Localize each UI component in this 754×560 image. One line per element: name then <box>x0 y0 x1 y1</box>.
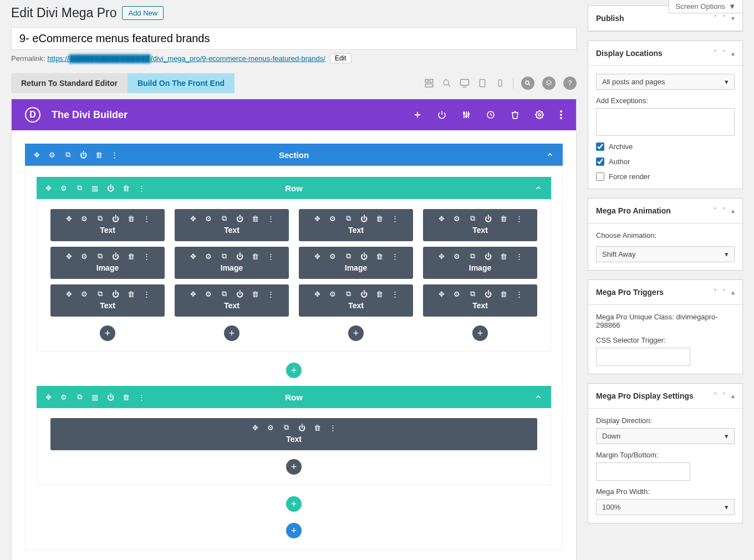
more-icon[interactable]: ⋮ <box>515 215 523 222</box>
sliders-icon[interactable] <box>462 110 471 119</box>
panel-down-icon[interactable]: ˅ <box>722 392 726 400</box>
gear-icon[interactable]: ⚙ <box>60 184 68 192</box>
author-checkbox[interactable]: Author <box>596 157 735 166</box>
trash-icon[interactable]: 🗑 <box>375 290 383 298</box>
section-header[interactable]: ✥ ⚙ ⧉ ⏻ 🗑 ⋮ Section <box>25 144 563 166</box>
trash-icon[interactable]: 🗑 <box>500 252 507 260</box>
power-icon[interactable]: ⏻ <box>484 290 492 298</box>
move-icon[interactable]: ✥ <box>65 215 73 222</box>
power-icon[interactable]: ⏻ <box>360 290 368 298</box>
move-icon[interactable]: ✥ <box>437 252 445 260</box>
panel-down-icon[interactable]: ˅ <box>722 288 726 296</box>
help-circle-icon[interactable]: ? <box>563 77 577 90</box>
panel-up-icon[interactable]: ˄ <box>714 49 717 57</box>
more-icon[interactable]: ⋮ <box>142 252 150 260</box>
direction-select[interactable]: Down▾ <box>596 428 735 444</box>
duplicate-icon[interactable]: ⧉ <box>468 290 476 298</box>
add-module-button[interactable]: + <box>286 459 302 475</box>
more-icon[interactable]: ⋮ <box>267 290 274 298</box>
zoom-icon[interactable] <box>442 78 452 88</box>
gear-icon[interactable]: ⚙ <box>453 290 461 298</box>
power-icon[interactable]: ⏻ <box>111 252 119 260</box>
width-select[interactable]: 100%▾ <box>596 499 735 515</box>
edit-permalink-button[interactable]: Edit <box>330 53 351 63</box>
panel-up-icon[interactable]: ˄ <box>714 207 717 215</box>
return-standard-editor-button[interactable]: Return To Standard Editor <box>11 73 128 93</box>
trash-icon[interactable]: 🗑 <box>500 215 507 222</box>
panel-down-icon[interactable]: ˅ <box>722 14 726 22</box>
duplicate-icon[interactable]: ⧉ <box>96 215 104 222</box>
panel-toggle-icon[interactable]: ▴ <box>731 49 735 57</box>
collapse-icon[interactable] <box>546 151 554 159</box>
trash-icon[interactable]: 🗑 <box>313 424 321 431</box>
duplicate-icon[interactable]: ⧉ <box>344 290 352 298</box>
gear-icon[interactable]: ⚙ <box>60 393 68 401</box>
move-icon[interactable]: ✥ <box>65 252 73 260</box>
power-icon[interactable]: ⏻ <box>360 252 368 260</box>
trash-icon[interactable]: 🗑 <box>122 393 130 401</box>
trash-icon[interactable]: 🗑 <box>127 252 135 260</box>
move-icon[interactable]: ✥ <box>189 290 197 298</box>
move-icon[interactable]: ✥ <box>33 151 40 159</box>
power-icon[interactable]: ⏻ <box>484 215 492 222</box>
archive-checkbox[interactable]: Archive <box>596 142 735 151</box>
module-text[interactable]: ✥ ⚙ ⧉ ⏻ 🗑 ⋮ Text <box>175 209 289 241</box>
duplicate-icon[interactable]: ⧉ <box>75 393 83 401</box>
post-title-input[interactable] <box>11 27 577 50</box>
move-icon[interactable]: ✥ <box>44 393 52 401</box>
duplicate-icon[interactable]: ⧉ <box>96 290 104 298</box>
panel-down-icon[interactable]: ˅ <box>722 207 726 215</box>
css-selector-input[interactable] <box>596 348 690 366</box>
more-icon[interactable]: ⋮ <box>515 290 523 298</box>
add-row-button[interactable]: + <box>286 496 302 512</box>
move-icon[interactable]: ✥ <box>189 252 197 260</box>
module-image[interactable]: ✥ ⚙ ⧉ ⏻ 🗑 ⋮ Image <box>175 247 289 279</box>
move-icon[interactable]: ✥ <box>65 290 73 298</box>
gear-icon[interactable]: ⚙ <box>205 252 212 260</box>
columns-icon[interactable]: ▥ <box>91 393 99 401</box>
move-icon[interactable]: ✥ <box>437 290 445 298</box>
power-icon[interactable]: ⏻ <box>360 215 368 222</box>
panel-up-icon[interactable]: ˄ <box>714 288 717 296</box>
module-text[interactable]: ✥ ⚙ ⧉ ⏻ 🗑 ⋮ Text <box>50 418 537 450</box>
exceptions-input[interactable] <box>596 108 735 136</box>
power-icon[interactable]: ⏻ <box>484 252 492 260</box>
move-icon[interactable]: ✥ <box>189 215 197 222</box>
trash-icon[interactable]: 🗑 <box>251 215 259 222</box>
add-new-button[interactable]: Add New <box>122 6 164 20</box>
panel-toggle-icon[interactable]: ▴ <box>731 207 735 215</box>
module-text[interactable]: ✥ ⚙ ⧉ ⏻ 🗑 ⋮ Text <box>423 284 537 317</box>
gear-icon[interactable]: ⚙ <box>205 290 212 298</box>
module-image[interactable]: ✥ ⚙ ⧉ ⏻ 🗑 ⋮ Image <box>423 247 537 279</box>
duplicate-icon[interactable]: ⧉ <box>344 215 352 222</box>
permalink-link[interactable]: https://████████████████/divi_mega_pro/9… <box>47 54 325 63</box>
wireframe-view-icon[interactable] <box>424 78 434 88</box>
module-text[interactable]: ✥ ⚙ ⧉ ⏻ 🗑 ⋮ Text <box>50 209 165 241</box>
trash-icon[interactable]: 🗑 <box>95 151 103 159</box>
module-image[interactable]: ✥ ⚙ ⧉ ⏻ 🗑 ⋮ Image <box>50 247 165 279</box>
add-icon[interactable] <box>413 110 422 119</box>
trash-icon[interactable]: 🗑 <box>375 252 383 260</box>
build-frontend-button[interactable]: Build On The Front End <box>128 73 235 93</box>
gear-icon[interactable]: ⚙ <box>80 252 88 260</box>
power-icon[interactable]: ⏻ <box>298 424 305 431</box>
more-icon[interactable]: ⋮ <box>391 252 399 260</box>
module-text[interactable]: ✥ ⚙ ⧉ ⏻ 🗑 ⋮ Text <box>175 284 289 317</box>
more-icon[interactable]: ⋮ <box>137 393 145 401</box>
power-icon[interactable]: ⏻ <box>111 215 119 222</box>
move-icon[interactable]: ✥ <box>251 424 259 431</box>
force-render-checkbox[interactable]: Force render <box>596 172 735 181</box>
display-locations-select[interactable]: All posts and pages▾ <box>596 74 735 90</box>
more-icon[interactable]: ⋮ <box>142 215 150 222</box>
panel-toggle-icon[interactable]: ▴ <box>731 392 735 400</box>
gear-icon[interactable]: ⚙ <box>267 424 274 431</box>
power-icon[interactable]: ⏻ <box>236 252 243 260</box>
more-icon[interactable]: ⋮ <box>142 290 150 298</box>
module-text[interactable]: ✥ ⚙ ⧉ ⏻ 🗑 ⋮ Text <box>299 284 413 317</box>
power-icon[interactable]: ⏻ <box>236 215 243 222</box>
tablet-view-icon[interactable] <box>477 78 487 88</box>
duplicate-icon[interactable]: ⧉ <box>220 252 228 260</box>
add-section-button[interactable]: + <box>286 523 302 538</box>
power-icon[interactable]: ⏻ <box>106 393 114 401</box>
more-icon[interactable]: ⋮ <box>267 252 274 260</box>
